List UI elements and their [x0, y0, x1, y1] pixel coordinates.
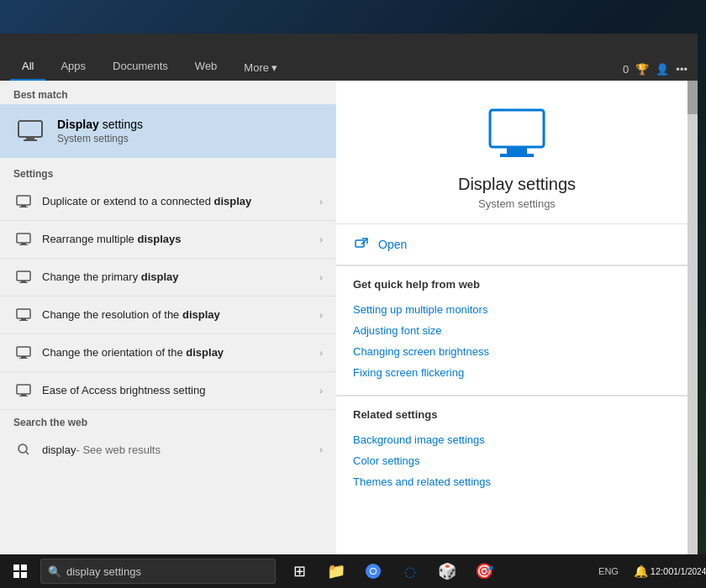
- task-view-icon[interactable]: ⊞: [282, 554, 316, 588]
- setting-item-resolution[interactable]: Change the resolution of the display ›: [0, 297, 336, 334]
- tab-web[interactable]: Web: [183, 53, 229, 81]
- monitor-icon-2: [13, 229, 34, 249]
- taskbar-search-box[interactable]: 🔍: [40, 559, 276, 584]
- related-settings-header: Related settings: [353, 408, 681, 421]
- svg-rect-2: [24, 139, 37, 141]
- svg-rect-20: [19, 396, 28, 396]
- nav-trophy-icon[interactable]: 🏆: [635, 63, 649, 76]
- search-nav: All Apps Documents Web More ▾ 0 🏆 👤 •••: [0, 34, 698, 81]
- display-settings-title: Display settings: [458, 175, 576, 194]
- svg-rect-15: [17, 347, 30, 356]
- arrow-icon-2: ›: [319, 234, 323, 244]
- taskbar-pinned-icons: ⊞ 📁 ◌ 🎲 🎯: [282, 554, 501, 588]
- svg-rect-1: [26, 137, 34, 139]
- quick-help-header: Get quick help from web: [353, 278, 681, 291]
- display-settings-subtitle: System settings: [478, 197, 556, 210]
- svg-rect-8: [19, 244, 28, 245]
- chrome-icon[interactable]: [356, 554, 390, 588]
- svg-rect-16: [21, 356, 26, 358]
- web-search-arrow-icon: ›: [319, 444, 323, 454]
- help-link-1[interactable]: Setting up multiple monitors: [353, 299, 681, 320]
- open-icon: [353, 236, 370, 253]
- display-settings-icon: [13, 114, 47, 148]
- best-match-item[interactable]: Display settings System settings: [0, 104, 336, 158]
- right-panel: Display settings System settings Open: [336, 81, 698, 554]
- setting-item-duplicate[interactable]: Duplicate or extend to a connected displ…: [0, 183, 336, 221]
- monitor-icon-5: [13, 343, 34, 363]
- setting-item-brightness[interactable]: Ease of Access brightness setting ›: [0, 372, 336, 410]
- related-link-1[interactable]: Background image settings: [353, 429, 681, 450]
- tab-apps[interactable]: Apps: [49, 53, 97, 81]
- taskbar-search-input[interactable]: [66, 565, 268, 578]
- related-link-3[interactable]: Themes and related settings: [353, 471, 681, 492]
- arrow-icon-1: ›: [319, 197, 323, 207]
- arrow-icon-6: ›: [319, 386, 323, 396]
- help-link-4[interactable]: Fixing screen flickering: [353, 362, 681, 383]
- monitor-icon-6: [13, 381, 34, 401]
- taskbar-right: ENG 🔔 12:00 1/1/2024: [593, 554, 706, 588]
- help-link-2[interactable]: Adjusting font size: [353, 320, 681, 341]
- file-explorer-icon[interactable]: 📁: [319, 554, 353, 588]
- svg-rect-30: [13, 572, 19, 578]
- display-hero-icon: [483, 106, 551, 165]
- svg-rect-31: [21, 572, 27, 578]
- display-hero: Display settings System settings: [336, 81, 698, 224]
- svg-rect-23: [490, 110, 544, 147]
- search-icon: [13, 439, 34, 459]
- setting-item-rearrange[interactable]: Rearrange multiple displays ›: [0, 221, 336, 259]
- tab-documents[interactable]: Documents: [101, 53, 180, 81]
- monitor-icon-3: [13, 267, 34, 287]
- open-button[interactable]: Open: [336, 224, 698, 265]
- svg-rect-17: [19, 358, 28, 359]
- svg-rect-24: [507, 147, 527, 154]
- left-panel: Best match Display settings System setti…: [0, 81, 336, 554]
- help-link-3[interactable]: Changing screen brightness: [353, 341, 681, 362]
- related-settings-section: Related settings Background image settin…: [336, 396, 698, 504]
- svg-rect-9: [17, 271, 30, 281]
- setting-item-text-6: Ease of Access brightness setting: [42, 383, 319, 398]
- chevron-down-icon: ▾: [271, 61, 277, 74]
- setting-item-orientation[interactable]: Change the orientation of the display ›: [0, 334, 336, 372]
- svg-line-22: [26, 452, 29, 454]
- search-content: Best match Display settings System setti…: [0, 81, 698, 554]
- nav-right: 0 🏆 👤 •••: [623, 63, 688, 81]
- svg-rect-6: [17, 234, 30, 243]
- tab-all[interactable]: All: [10, 53, 45, 81]
- svg-rect-13: [21, 318, 26, 320]
- best-match-subtitle: System settings: [57, 133, 323, 144]
- app-icon-1[interactable]: 🎲: [430, 554, 464, 588]
- tab-more[interactable]: More ▾: [232, 55, 289, 81]
- svg-rect-14: [19, 320, 28, 321]
- arrow-icon-3: ›: [319, 272, 323, 282]
- svg-rect-12: [17, 309, 30, 318]
- language-icon[interactable]: ENG: [593, 554, 624, 588]
- svg-point-34: [371, 569, 376, 574]
- settings-section-label: Settings: [0, 160, 336, 183]
- edge-icon[interactable]: ◌: [393, 554, 427, 588]
- svg-rect-29: [21, 564, 27, 570]
- setting-item-text-4: Change the resolution of the display: [42, 307, 319, 323]
- web-search-see: - See web results: [76, 444, 160, 456]
- related-link-2[interactable]: Color settings: [353, 450, 681, 471]
- nav-count: 0: [623, 63, 629, 76]
- web-search-item[interactable]: display - See web results ›: [13, 432, 323, 467]
- svg-rect-4: [21, 205, 26, 207]
- scrollbar-thumb[interactable]: [688, 81, 698, 114]
- arrow-icon-4: ›: [319, 310, 323, 320]
- svg-rect-3: [17, 196, 30, 205]
- best-match-title: Display settings: [57, 118, 323, 131]
- svg-rect-19: [21, 394, 26, 396]
- nav-more-icon[interactable]: •••: [676, 63, 688, 76]
- monitor-icon-1: [13, 192, 34, 212]
- start-button[interactable]: [0, 554, 40, 588]
- nav-user-icon[interactable]: 👤: [656, 63, 669, 76]
- app-icon-2[interactable]: 🎯: [467, 554, 501, 588]
- svg-rect-10: [21, 281, 26, 282]
- best-match-label: Best match: [0, 81, 336, 104]
- scrollbar-track[interactable]: [688, 81, 698, 554]
- setting-item-text-2: Rearrange multiple displays: [42, 232, 319, 247]
- best-match-text: Display settings System settings: [57, 118, 323, 144]
- open-label: Open: [378, 238, 407, 251]
- setting-item-primary[interactable]: Change the primary display ›: [0, 259, 336, 297]
- svg-rect-25: [500, 154, 534, 157]
